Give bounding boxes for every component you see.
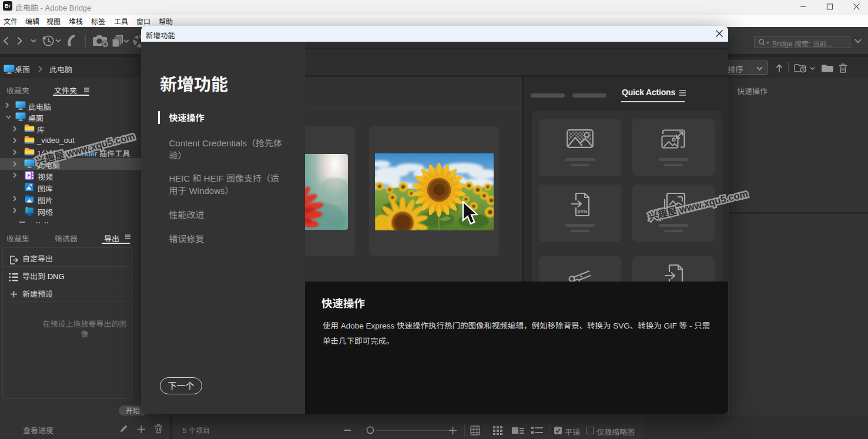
svg-text:SVG: SVG [577,209,587,214]
svg-text:兴趣屋 www.xqu5.com: 兴趣屋 www.xqu5.com [35,130,136,167]
svg-text:兴趣屋 www.xqu5.com: 兴趣屋 www.xqu5.com [648,188,749,222]
